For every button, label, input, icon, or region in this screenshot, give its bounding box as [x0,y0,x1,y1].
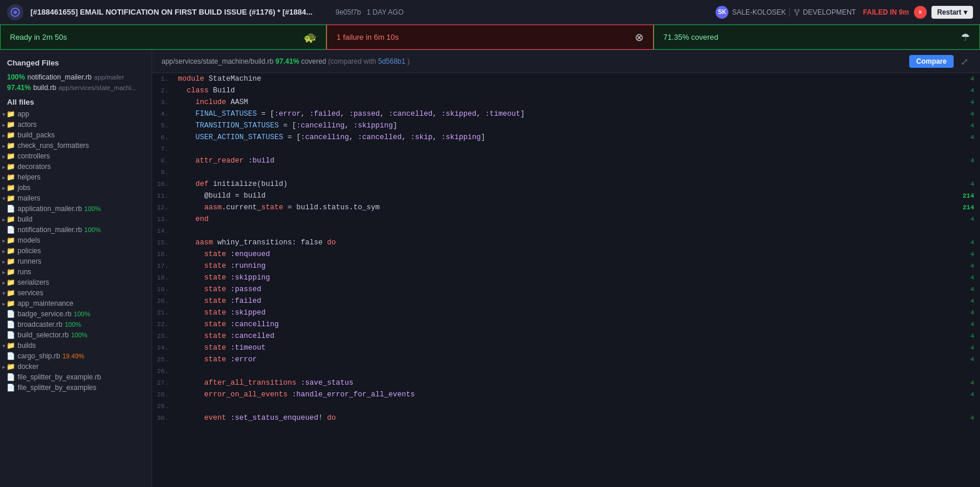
folder-icon: 📁 [6,257,15,265]
line-hits: 4 [957,342,980,354]
tree-folder-mailers[interactable]: ▾ 📁 mailers [0,193,152,203]
tree-folder-services[interactable]: ▾ 📁 services [0,288,152,298]
code-line: 5. TRANSITION_STATUSES = [:cancelling, :… [152,120,980,132]
tree-folder-runs[interactable]: ▸ 📁 runs [0,267,152,277]
tree-folder-build[interactable]: ▸ 📁 build [0,214,152,224]
tree-label-serializers: serializers [18,278,49,286]
line-content [174,143,957,155]
failed-badge: FAILED IN 9m [863,8,909,16]
tree-folder-app-maintenance[interactable]: ▸ 📁 app_maintenance [0,298,152,309]
line-content: state :running [174,260,957,272]
chevron-down-icon: ▾ [964,8,967,16]
tree-folder-check-runs[interactable]: ▸ 📁 check_runs_formatters [0,140,152,151]
chevron-right-icon: ▸ [2,164,5,170]
all-files-header: All files [0,93,152,109]
line-content: aasm.current_state = build.status.to_sym [174,202,957,213]
expand-button[interactable]: ⤢ [958,56,971,67]
code-line: 29. [152,400,980,412]
line-content: state :skipped [174,307,957,319]
tree-folder-actors[interactable]: ▸ 📁 actors [0,119,152,130]
line-number: 12. [152,202,174,213]
tree-file-broadcaster[interactable]: ▸ 📄 broadcaster.rb 100% [0,319,152,330]
line-content: FINAL_STATUSES = [:error, :failed, :pass… [174,108,957,120]
tree-folder-controllers[interactable]: ▸ 📁 controllers [0,151,152,161]
tree-label-file-splitter-by-example: file_splitter_by_example.rb [18,373,101,381]
line-number: 23. [152,330,174,342]
folder-icon: 📁 [6,173,15,181]
compare-button[interactable]: Compare [909,55,954,68]
chevron-right-icon: ▸ [2,301,5,307]
tree-label-policies: policies [18,247,41,255]
chevron-down-icon: ▾ [2,111,5,118]
code-line: 18. state :skipping4 [152,272,980,284]
line-hits: 4 [957,260,980,272]
restart-button[interactable]: Restart ▾ [931,6,973,19]
code-line: 4. FINAL_STATUSES = [:error, :failed, :p… [152,108,980,120]
line-content: after_all_transitions :save_status [174,377,957,389]
divider [789,8,790,17]
changed-file-build[interactable]: 97.41% build.rb app/services/state_machi… [0,82,152,93]
folder-icon: 📁 [6,120,15,129]
line-hits [957,167,980,178]
chevron-right-icon: ▸ [2,122,5,128]
line-hits: 4 [957,96,980,108]
line-hits: 4 [957,389,980,400]
code-body[interactable]: 1.module StateMachine42. class Build43. … [152,73,980,487]
tree-folder-app[interactable]: ▾ 📁 app [0,109,152,119]
code-line: 30. event :set_status_enqueued! do4 [152,412,980,424]
tree-file-notification-mailer[interactable]: ▸ 📄 notification_mailer.rb 100% [0,224,152,235]
line-content: include AASM [174,96,957,108]
chevron-down-icon: ▾ [2,290,5,296]
tree-file-cargo-ship[interactable]: ▸ 📄 cargo_ship.rb 19.49% [0,351,152,361]
line-content: state :failed [174,295,957,307]
code-panel: app/services/state_machine/build.rb 97.4… [152,50,980,487]
chevron-right-icon: ▸ [2,258,5,265]
tree-file-file-splitter-by-examples[interactable]: ▸ 📄 file_splitter_by_examples [0,382,152,393]
changed-file-notification-mailer[interactable]: 100% notification_mailer.rb app/mailer [0,72,152,82]
tree-folder-policies[interactable]: ▸ 📁 policies [0,246,152,256]
status-coverage-text: 71.35% covered [663,33,718,42]
tree-folder-runners[interactable]: ▸ 📁 runners [0,256,152,267]
chevron-right-icon: ▸ [2,248,5,254]
folder-icon: 📁 [6,141,15,150]
code-line: 17. state :running4 [152,260,980,272]
chevron-down-icon: ▾ [2,343,5,349]
avatar: SK [716,6,728,19]
chevron-right-icon: ▸ [2,185,5,191]
tree-folder-builds[interactable]: ▾ 📁 builds [0,340,152,351]
line-hits: 4 [957,213,980,225]
tree-label-runs: runs [18,268,31,276]
line-content: event :set_status_enqueued! do [174,412,957,424]
tree-file-file-splitter-by-example[interactable]: ▸ 📄 file_splitter_by_example.rb [0,372,152,382]
line-hits [957,365,980,377]
line-hits: 4 [957,120,980,132]
code-line: 12. aasm.current_state = build.status.to… [152,202,980,213]
line-number: 11. [152,190,174,202]
tree-pct-application-mailer: 100% [84,205,101,212]
tree-folder-serializers[interactable]: ▸ 📁 serializers [0,277,152,288]
chevron-right-icon: ▸ [2,279,5,286]
code-line: 24. state :timeout4 [152,342,980,354]
tree-file-badge-service[interactable]: ▸ 📄 badge_service.rb 100% [0,309,152,319]
code-line: 19. state :passed4 [152,284,980,295]
folder-icon: 📁 [6,236,15,244]
tree-label-build: build [18,215,32,223]
tree-folder-build-packs[interactable]: ▸ 📁 build_packs [0,130,152,140]
tree-file-build-selector[interactable]: ▸ 📄 build_selector.rb 100% [0,330,152,340]
tree-folder-models[interactable]: ▸ 📁 models [0,235,152,246]
line-hits: 4 [957,354,980,365]
code-coverage-pct: 97.41% [276,57,300,65]
tree-folder-helpers[interactable]: ▸ 📁 helpers [0,172,152,182]
tree-file-application-mailer[interactable]: ▸ 📄 application_mailer.rb 100% [0,203,152,214]
line-content [174,400,957,412]
tree-folder-jobs[interactable]: ▸ 📁 jobs [0,182,152,193]
code-line: 7. [152,143,980,155]
line-number: 5. [152,120,174,132]
tree-folder-docker[interactable]: ▸ 📁 docker [0,361,152,372]
code-covered-label: covered [301,57,328,65]
tree-label-app-maintenance: app_maintenance [18,299,73,308]
line-number: 10. [152,178,174,190]
tree-folder-decorators[interactable]: ▸ 📁 decorators [0,161,152,172]
close-button[interactable]: × [914,6,927,19]
tree-pct-broadcaster: 100% [65,321,81,328]
